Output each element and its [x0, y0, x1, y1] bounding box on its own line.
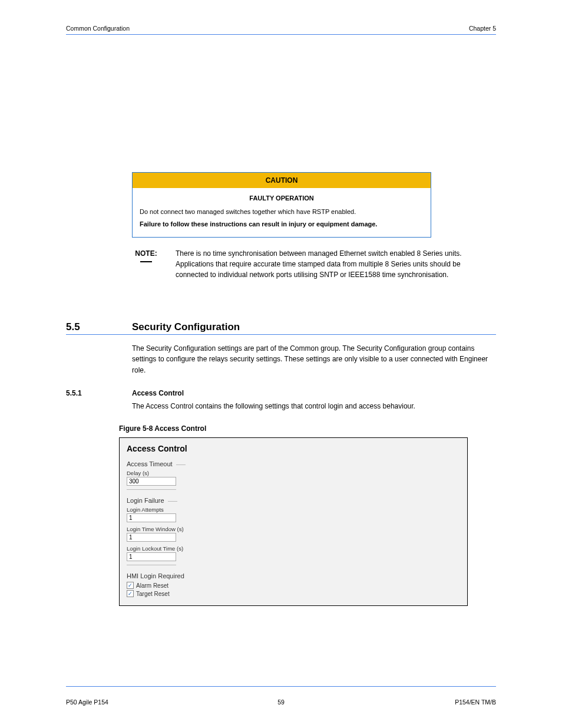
header-right: Chapter 5 — [469, 25, 496, 32]
section-number: 5.5 — [66, 321, 132, 333]
caution-box: CAUTION FAULTY OPERATION Do not connect … — [132, 172, 431, 238]
ac-group-login-failure: Login Failure — [127, 497, 177, 504]
header-rule — [66, 34, 496, 35]
note-label: NOTE: — [132, 248, 160, 280]
ac-delay-input[interactable] — [127, 477, 176, 486]
subsection-title: Access Control — [132, 389, 184, 397]
footer-right: P154/EN TM/B — [455, 699, 496, 706]
ac-delay-label: Delay (s) — [127, 470, 460, 476]
ac-panel-title: Access Control — [127, 444, 460, 453]
caution-line-1: Do not connect two managed switches toge… — [140, 207, 424, 216]
ac-attempts-input[interactable] — [127, 513, 176, 522]
section-rule — [66, 334, 496, 335]
subsection-paragraph: The Access Control contains the followin… — [132, 401, 491, 412]
header-left: Common Configuration — [66, 25, 130, 32]
ac-window-input[interactable] — [127, 533, 176, 542]
ac-group-access-timeout: Access Timeout — [127, 460, 186, 467]
ac-target-reset-label: Target Reset — [136, 591, 170, 597]
figure-caption: Figure 5-8 Access Control — [119, 424, 496, 433]
note-body: There is no time synchronisation between… — [176, 248, 491, 280]
ac-lockout-input[interactable] — [127, 552, 176, 561]
footer-left: P50 Agile P154 — [66, 699, 108, 706]
footer-rule — [66, 686, 496, 687]
ac-alarm-reset-checkbox[interactable]: ✓ — [127, 582, 134, 589]
section-paragraph: The Security Configuration settings are … — [132, 343, 491, 376]
footer-page-number: 59 — [277, 699, 285, 706]
caution-header-text: CAUTION — [266, 176, 298, 185]
section-title: Security Configuration — [132, 321, 240, 333]
caution-line-2: Failure to follow these instructions can… — [140, 220, 424, 229]
access-control-panel: Access Control Access Timeout Delay (s) … — [119, 437, 468, 606]
ac-alarm-reset-label: Alarm Reset — [136, 582, 168, 589]
ac-window-label: Login Time Window (s) — [127, 526, 460, 532]
intro-paragraph: The 8 Series protection relays provide a… — [132, 130, 491, 152]
caution-header: CAUTION — [133, 173, 431, 188]
ac-lockout-label: Login Lockout Time (s) — [127, 545, 460, 552]
subsection-number: 5.5.1 — [66, 389, 132, 397]
ac-target-reset-checkbox[interactable]: ✓ — [127, 590, 134, 597]
ac-group-hmi-login: HMI Login Required — [127, 572, 184, 579]
ac-attempts-label: Login Attempts — [127, 506, 460, 513]
caution-title: FAULTY OPERATION — [140, 194, 424, 203]
